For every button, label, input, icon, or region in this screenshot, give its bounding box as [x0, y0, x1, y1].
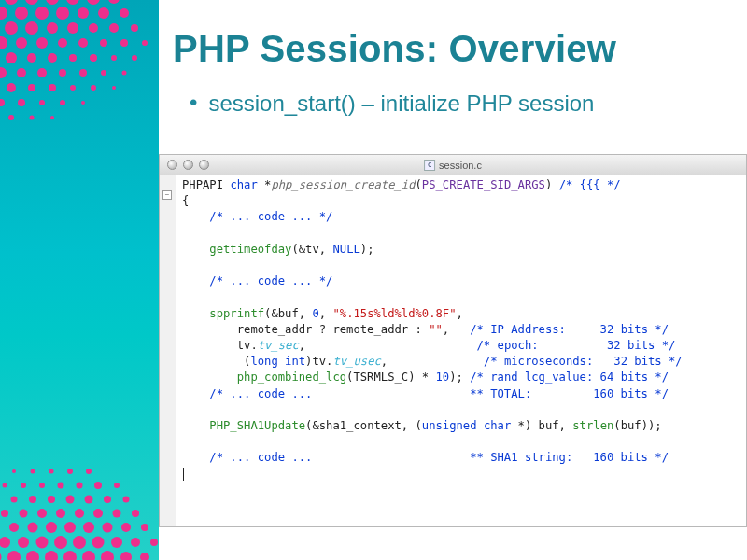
svg-point-58 [8, 115, 14, 120]
svg-point-52 [0, 99, 5, 106]
svg-point-102 [54, 536, 67, 549]
svg-point-100 [18, 537, 29, 548]
svg-point-109 [7, 551, 21, 560]
minimize-icon[interactable] [183, 160, 193, 170]
text-cursor [183, 468, 184, 481]
svg-point-37 [132, 55, 137, 61]
svg-point-34 [69, 54, 77, 62]
close-icon[interactable] [167, 160, 177, 170]
svg-point-98 [141, 524, 148, 531]
svg-point-116 [140, 553, 149, 560]
svg-point-28 [120, 39, 128, 47]
svg-point-105 [111, 537, 122, 548]
svg-point-71 [77, 483, 83, 489]
svg-point-96 [103, 523, 113, 533]
svg-point-86 [75, 509, 84, 518]
window-controls [167, 160, 209, 170]
svg-point-41 [59, 69, 66, 77]
svg-point-95 [83, 522, 94, 533]
svg-point-62 [12, 469, 16, 473]
svg-point-75 [11, 497, 18, 503]
svg-point-35 [90, 54, 97, 62]
svg-point-107 [150, 539, 158, 546]
slide-content: PHP Sessions: Overview • session_start()… [173, 28, 738, 130]
svg-point-111 [45, 551, 58, 560]
svg-point-47 [28, 84, 35, 91]
svg-point-84 [37, 509, 47, 518]
svg-point-63 [31, 469, 35, 474]
svg-point-85 [56, 509, 65, 518]
svg-point-89 [132, 510, 139, 517]
svg-point-17 [47, 22, 58, 34]
svg-point-44 [122, 71, 127, 76]
bullet-item: • session_start() – initialize PHP sessi… [190, 91, 738, 117]
svg-point-59 [30, 116, 35, 120]
svg-point-87 [93, 509, 103, 518]
svg-point-97 [121, 523, 131, 532]
svg-point-51 [112, 86, 116, 90]
svg-point-18 [67, 22, 78, 34]
svg-point-70 [58, 483, 64, 489]
svg-point-60 [50, 116, 54, 119]
svg-point-53 [18, 99, 25, 106]
svg-point-15 [5, 21, 18, 35]
svg-point-79 [85, 496, 93, 504]
zoom-icon[interactable] [199, 160, 209, 170]
svg-point-81 [123, 497, 130, 503]
code-editor-window: c session.c − PHPAPI char *php_session_c… [159, 154, 747, 527]
halftone-pattern-bottom [0, 462, 159, 560]
code-body[interactable]: PHPAPI char *php_session_create_id(PS_CR… [176, 175, 746, 526]
svg-point-99 [0, 537, 10, 548]
fold-marker-icon[interactable]: − [162, 190, 172, 200]
svg-point-54 [39, 100, 45, 105]
svg-point-42 [79, 69, 87, 77]
svg-point-88 [113, 510, 121, 518]
svg-point-10 [56, 7, 69, 20]
svg-point-23 [16, 37, 27, 49]
svg-point-32 [27, 53, 36, 63]
svg-point-13 [120, 8, 129, 18]
svg-point-76 [29, 496, 36, 503]
window-titlebar: c session.c [160, 155, 746, 175]
svg-point-20 [109, 23, 119, 33]
svg-point-93 [46, 522, 57, 533]
svg-point-91 [9, 523, 19, 532]
svg-point-38 [0, 67, 7, 78]
svg-point-25 [58, 38, 67, 48]
svg-point-19 [89, 23, 98, 33]
svg-point-33 [48, 53, 57, 63]
svg-point-26 [78, 38, 88, 48]
svg-point-50 [91, 85, 96, 91]
svg-point-46 [7, 83, 16, 92]
svg-point-39 [17, 68, 26, 77]
svg-point-2 [25, 0, 38, 5]
svg-point-5 [87, 0, 100, 5]
svg-point-108 [0, 552, 2, 561]
svg-point-104 [92, 537, 105, 549]
svg-point-24 [36, 37, 48, 49]
svg-point-9 [35, 7, 49, 20]
svg-point-82 [1, 510, 8, 517]
svg-point-31 [6, 52, 17, 63]
svg-point-67 [3, 483, 7, 488]
svg-point-113 [82, 551, 95, 560]
code-gutter: − [160, 175, 176, 526]
svg-point-4 [66, 0, 79, 5]
svg-point-101 [36, 537, 49, 549]
svg-point-16 [25, 21, 38, 35]
svg-point-3 [46, 0, 59, 5]
file-type-icon: c [424, 160, 435, 171]
code-area: − PHPAPI char *php_session_create_id(PS_… [160, 175, 746, 526]
svg-point-78 [66, 496, 75, 504]
svg-point-80 [104, 496, 111, 503]
svg-point-55 [60, 100, 65, 105]
svg-point-36 [111, 55, 117, 61]
svg-point-66 [86, 469, 92, 474]
file-name: session.c [439, 160, 482, 171]
svg-point-27 [100, 39, 107, 47]
svg-point-83 [20, 510, 28, 518]
svg-point-21 [131, 24, 138, 32]
svg-point-114 [101, 551, 114, 560]
svg-point-72 [94, 482, 102, 489]
svg-point-1 [5, 0, 18, 5]
